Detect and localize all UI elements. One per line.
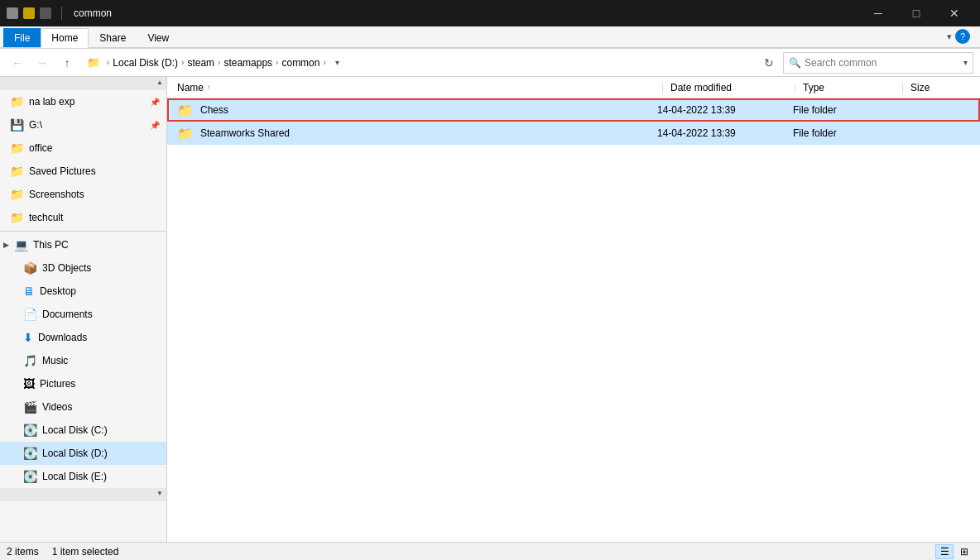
col-header-type[interactable]: Type | [800,82,907,93]
sidebar-item-label: office [29,142,52,154]
path-segment-2[interactable]: steamapps [223,57,272,69]
col-header-name[interactable]: Name ↑ | [174,82,667,93]
sidebar-item-local-disk-c[interactable]: 💽 Local Disk (C:) [0,419,166,442]
sidebar-item-label: Desktop [40,285,76,297]
path-segment-0[interactable]: Local Disk (D:) [113,57,178,69]
ribbon-expand-button[interactable]: ▾ ? [940,26,977,47]
search-input[interactable] [805,57,960,69]
sidebar-item-office[interactable]: 📁 office [0,136,166,160]
sidebar-inner: ▲ 📁 na lab exp 📌 💾 G:\ 📌 📁 office 📁 Save… [0,77,166,542]
status-right: ☰ ⊞ [935,544,973,559]
3d-objects-icon: 📦 [23,261,37,275]
ribbon: File Home Share View ▾ ? [0,26,980,49]
sidebar-item-music[interactable]: 🎵 Music [0,349,166,372]
path-arrow-1: › [178,58,187,67]
tab-home[interactable]: Home [41,28,89,48]
music-icon: 🎵 [23,354,37,367]
status-bar: 2 items 1 item selected ☰ ⊞ [0,542,980,560]
col-date-label: Date modified [670,82,732,93]
drive-icon: 💾 [10,118,24,132]
sidebar-item-screenshots[interactable]: 📁 Screenshots [0,183,166,206]
pictures-icon: 🖼 [23,377,35,390]
back-button[interactable]: ← [7,52,28,74]
selection-info: 1 item selected [52,546,119,558]
sidebar-item-label: na lab exp [29,96,74,108]
sidebar-item-na-lab-exp[interactable]: 📁 na lab exp 📌 [0,90,166,113]
table-row[interactable]: 📁 Steamworks Shared 14-04-2022 13:39 Fil… [167,122,980,145]
window-title: common [74,7,859,19]
up-button[interactable]: ↑ [56,52,78,74]
sidebar-item-videos[interactable]: 🎬 Videos [0,395,166,419]
ribbon-tabs: File Home Share View ▾ ? [0,26,980,48]
this-pc-icon: 💻 [14,238,28,251]
forward-button[interactable]: → [31,52,53,74]
file-list: 📁 Chess 14-04-2022 13:39 File folder 📁 S… [167,98,980,542]
tiles-view-button[interactable]: ⊞ [955,544,973,559]
sidebar-item-local-disk-e[interactable]: 💽 Local Disk (E:) [0,465,166,488]
sidebar-item-saved-pictures[interactable]: 📁 Saved Pictures [0,160,166,183]
downloads-icon: ⬇ [23,331,33,344]
maximize-button[interactable]: □ [897,0,935,26]
path-segment-1[interactable]: steam [187,57,214,69]
sidebar-item-3d-objects[interactable]: 📦 3D Objects [0,256,166,280]
path-arrow-3: › [272,58,281,67]
tab-view[interactable]: View [137,28,180,47]
desktop-icon: 🖥 [23,285,35,298]
folder-icon: 📁 [177,103,194,118]
disk-icon: 💽 [23,447,37,460]
pin-icon: 📌 [150,121,160,130]
col-resize-date: | [794,82,796,93]
file-date: 14-04-2022 13:39 [657,127,790,139]
expand-icon: ▶ [3,241,9,249]
status-left: 2 items 1 item selected [7,546,935,558]
title-bar: common ─ □ ✕ [0,0,980,26]
details-view-icon: ☰ [940,546,949,558]
file-date: 14-04-2022 13:39 [657,104,790,116]
sidebar-scroll-down[interactable]: ▼ [153,488,166,501]
sidebar-item-label: Videos [42,401,72,413]
search-dropdown-icon: ▾ [963,58,968,67]
col-header-size[interactable]: Size [907,82,973,93]
sidebar-item-local-disk-d[interactable]: 💽 Local Disk (D:) [0,442,166,465]
documents-icon: 📄 [23,308,37,321]
app-icon-2 [23,7,35,19]
app-icon-1 [7,7,18,19]
videos-icon: 🎬 [23,400,37,414]
sidebar-item-label: Downloads [38,332,87,343]
minimize-button[interactable]: ─ [859,0,897,26]
address-path[interactable]: 📁 ‹ Local Disk (D:) › steam › steamapps … [81,52,755,74]
details-view-button[interactable]: ☰ [935,544,954,559]
path-segment-3[interactable]: common [281,57,319,69]
sidebar-item-pictures[interactable]: 🖼 Pictures [0,372,166,395]
sidebar-item-label: techcult [29,212,63,223]
refresh-button[interactable]: ↻ [758,52,780,74]
sidebar-item-label: Local Disk (E:) [42,471,107,482]
tab-file[interactable]: File [3,28,41,47]
table-row[interactable]: 📁 Chess 14-04-2022 13:39 File folder [167,98,980,122]
sidebar-item-this-pc[interactable]: ▶ 💻 This PC [0,233,166,256]
sidebar-item-documents[interactable]: 📄 Documents [0,303,166,326]
folder-icon: 📁 [10,211,24,224]
tab-share[interactable]: Share [89,28,137,47]
title-separator [61,7,62,20]
disk-icon: 💽 [23,424,37,437]
col-header-date[interactable]: Date modified | [667,82,800,93]
folder-icon: 📁 [10,165,24,178]
sidebar-scroll-up[interactable]: ▲ [153,77,166,90]
sidebar-item-techcult[interactable]: 📁 techcult [0,206,166,229]
sidebar-item-downloads[interactable]: ⬇ Downloads [0,326,166,349]
search-box[interactable]: 🔍 ▾ [783,52,973,74]
path-arrow-2: › [214,58,223,67]
sidebar: ▲ 📁 na lab exp 📌 💾 G:\ 📌 📁 office 📁 Save… [0,77,167,542]
title-controls: ─ □ ✕ [859,0,973,26]
col-name-label: Name [177,82,204,93]
content-area: ▲ 📁 na lab exp 📌 💾 G:\ 📌 📁 office 📁 Save… [0,77,980,542]
sidebar-item-label: Pictures [40,378,75,390]
sidebar-item-g-drive[interactable]: 💾 G:\ 📌 [0,113,166,136]
col-resize-name: | [661,82,664,93]
folder-icon: 📁 [10,188,24,201]
sidebar-item-desktop[interactable]: 🖥 Desktop [0,280,166,303]
close-button[interactable]: ✕ [935,0,973,26]
path-dropdown-arrow[interactable]: ▾ [329,52,346,74]
path-arrow-0: ‹ [103,58,113,67]
